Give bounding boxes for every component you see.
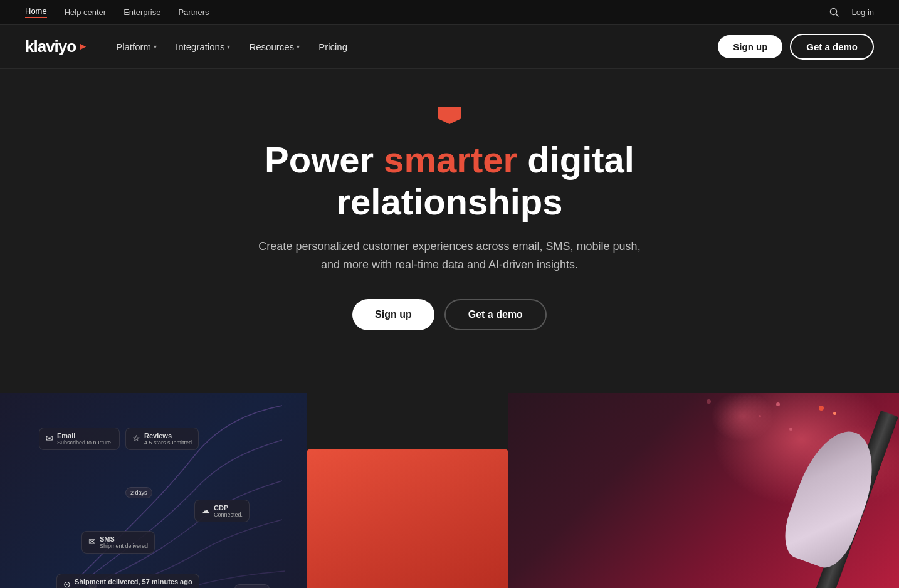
main-nav-links: Platform ▾ Integrations ▾ Resources ▾ Pr… [108, 36, 355, 57]
hero-section: Power smarter digital relationships Crea… [0, 69, 899, 393]
hero-product-image [508, 393, 899, 588]
hero-title: Power smarter digital relationships [167, 139, 732, 223]
klaviyo-flag-icon [438, 107, 461, 124]
cloud-icon: ☁ [201, 505, 210, 515]
sms-icon: ✉ [88, 537, 96, 547]
growth-badge: ↗ +8% [234, 584, 270, 588]
shipment-card: ⊙ Shipment delivered, 57 minutes ago [56, 574, 199, 588]
logo-text: klaviyo [25, 37, 76, 56]
top-nav-help[interactable]: Help center [65, 8, 106, 17]
chevron-down-icon: ▾ [154, 43, 157, 50]
accent-dot-1 [819, 406, 824, 411]
hero-demo-button[interactable]: Get a demo [444, 299, 547, 330]
reviews-card: ☆ Reviews 4.5 stars submitted [125, 428, 199, 450]
main-navigation: klaviyo Platform ▾ Integrations ▾ Resour… [0, 25, 899, 69]
location-icon: ⊙ [63, 579, 71, 588]
logo-link[interactable]: klaviyo [25, 37, 86, 56]
particle-1 [776, 402, 780, 406]
top-nav-home[interactable]: Home [25, 6, 47, 18]
logo-flag-icon [80, 44, 86, 50]
email-card: ✉ Email Subscribed to nurture. [39, 428, 120, 450]
particle-4 [707, 399, 711, 404]
svg-line-1 [836, 14, 838, 16]
top-right-actions: Log in [829, 8, 874, 18]
sms-card: ✉ SMS Shipment delivered [81, 531, 155, 554]
top-nav-enterprise[interactable]: Enterprise [124, 8, 160, 17]
chevron-down-icon: ▾ [227, 43, 230, 50]
hero-cta-buttons: Sign up Get a demo [25, 299, 874, 330]
hero-subtitle: Create personalized customer experiences… [255, 238, 644, 274]
particle-2 [759, 415, 761, 417]
chevron-down-icon: ▾ [297, 43, 300, 50]
hero-imagery: ✉ Email Subscribed to nurture. ☆ Reviews… [0, 393, 899, 588]
nav-demo-button[interactable]: Get a demo [790, 34, 874, 60]
nav-pricing[interactable]: Pricing [311, 36, 355, 57]
search-button[interactable] [829, 8, 839, 18]
nav-platform[interactable]: Platform ▾ [108, 36, 164, 57]
email-icon: ✉ [46, 433, 53, 443]
cdp-card: ☁ CDP Connected. [194, 500, 250, 522]
hero-signup-button[interactable]: Sign up [352, 299, 434, 330]
wave-lines-graphic [0, 393, 307, 588]
particle-3 [789, 428, 792, 431]
days-badge: 2 days [125, 487, 152, 498]
nav-left-section: klaviyo Platform ▾ Integrations ▾ Resour… [25, 36, 355, 57]
top-navigation: Home Help center Enterprise Partners [25, 6, 209, 18]
star-icon: ☆ [132, 433, 140, 443]
center-campaign-image [307, 449, 508, 588]
nav-right-section: Sign up Get a demo [718, 34, 874, 60]
login-link[interactable]: Log in [852, 8, 874, 17]
accent-dot-2 [833, 412, 836, 415]
search-icon [829, 8, 839, 18]
top-bar: Home Help center Enterprise Partners Log… [0, 0, 899, 25]
nav-signup-button[interactable]: Sign up [718, 35, 782, 58]
nav-integrations[interactable]: Integrations ▾ [168, 36, 238, 57]
data-visualization-panel: ✉ Email Subscribed to nurture. ☆ Reviews… [0, 393, 307, 588]
nav-resources[interactable]: Resources ▾ [241, 36, 307, 57]
top-nav-partners[interactable]: Partners [178, 8, 209, 17]
